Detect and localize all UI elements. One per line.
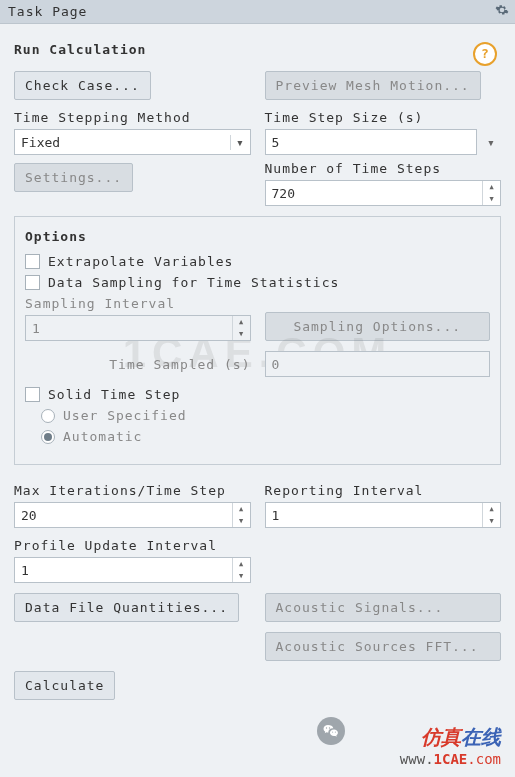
spinner-icon: ▲▼ xyxy=(232,316,250,340)
number-time-steps-input[interactable]: 720 ▲▼ xyxy=(265,180,502,206)
number-time-steps-value: 720 xyxy=(266,186,483,201)
options-title: Options xyxy=(25,229,490,244)
spinner-icon[interactable]: ▲▼ xyxy=(232,503,250,527)
chevron-down-icon: ▾ xyxy=(230,135,250,150)
acoustic-sources-fft-button[interactable]: Acoustic Sources FFT... xyxy=(265,632,502,661)
brand-footer: 仿真在线 www.1CAE.com xyxy=(400,724,501,767)
settings-button[interactable]: Settings... xyxy=(14,163,133,192)
section-title: Run Calculation xyxy=(14,42,501,57)
brand-url-mid: 1CAE xyxy=(434,751,468,767)
extrapolate-variables-label: Extrapolate Variables xyxy=(48,254,233,269)
brand-ch-b: 在线 xyxy=(461,726,501,748)
sampling-interval-label: Sampling Interval xyxy=(25,296,251,311)
time-step-size-value: 5 xyxy=(266,135,477,150)
reporting-interval-value: 1 xyxy=(266,508,483,523)
reporting-interval-input[interactable]: 1 ▲▼ xyxy=(265,502,502,528)
max-iter-value: 20 xyxy=(15,508,232,523)
automatic-label: Automatic xyxy=(63,429,142,444)
spinner-icon[interactable]: ▲▼ xyxy=(482,181,500,205)
wechat-icon xyxy=(317,717,345,745)
checkbox-icon xyxy=(25,275,40,290)
chevron-down-icon[interactable]: ▾ xyxy=(481,135,501,150)
spinner-icon[interactable]: ▲▼ xyxy=(232,558,250,582)
profile-update-interval-input[interactable]: 1 ▲▼ xyxy=(14,557,251,583)
calculate-button[interactable]: Calculate xyxy=(14,671,115,700)
reporting-interval-label: Reporting Interval xyxy=(265,483,502,498)
radio-icon xyxy=(41,430,55,444)
extrapolate-variables-checkbox[interactable]: Extrapolate Variables xyxy=(25,254,490,269)
radio-icon xyxy=(41,409,55,423)
gear-icon[interactable] xyxy=(495,3,509,20)
options-group: 1CAE.COM Options Extrapolate Variables D… xyxy=(14,216,501,465)
sampling-interval-input: 1 ▲▼ xyxy=(25,315,251,341)
check-case-button[interactable]: Check Case... xyxy=(14,71,151,100)
brand-ch-a: 仿真 xyxy=(421,726,461,748)
solid-time-step-label: Solid Time Step xyxy=(48,387,180,402)
profile-update-interval-label: Profile Update Interval xyxy=(14,538,251,553)
checkbox-icon xyxy=(25,387,40,402)
time-sampled-value: 0 xyxy=(266,357,490,372)
checkbox-icon xyxy=(25,254,40,269)
number-time-steps-label: Number of Time Steps xyxy=(265,161,502,176)
time-sampled-label: Time Sampled (s) xyxy=(109,357,250,372)
acoustic-signals-button[interactable]: Acoustic Signals... xyxy=(265,593,502,622)
task-page-header: Task Page xyxy=(0,0,515,24)
preview-mesh-motion-button[interactable]: Preview Mesh Motion... xyxy=(265,71,481,100)
user-specified-radio: User Specified xyxy=(41,408,490,423)
time-stepping-method-label: Time Stepping Method xyxy=(14,110,251,125)
sampling-options-button[interactable]: Sampling Options... xyxy=(265,312,491,341)
max-iter-input[interactable]: 20 ▲▼ xyxy=(14,502,251,528)
time-step-size-input[interactable]: 5 xyxy=(265,129,478,155)
data-sampling-checkbox[interactable]: Data Sampling for Time Statistics xyxy=(25,275,490,290)
help-icon[interactable]: ? xyxy=(473,42,497,66)
data-file-quantities-button[interactable]: Data File Quantities... xyxy=(14,593,239,622)
data-sampling-label: Data Sampling for Time Statistics xyxy=(48,275,339,290)
time-step-size-label: Time Step Size (s) xyxy=(265,110,502,125)
profile-update-interval-value: 1 xyxy=(15,563,232,578)
brand-url-suf: .com xyxy=(467,751,501,767)
user-specified-label: User Specified xyxy=(63,408,187,423)
page-title: Task Page xyxy=(8,4,87,19)
time-stepping-method-combo[interactable]: Fixed ▾ xyxy=(14,129,251,155)
spinner-icon[interactable]: ▲▼ xyxy=(482,503,500,527)
automatic-radio: Automatic xyxy=(41,429,490,444)
sampling-interval-value: 1 xyxy=(26,321,232,336)
brand-url-pre: www. xyxy=(400,751,434,767)
time-stepping-method-value: Fixed xyxy=(15,135,230,150)
time-sampled-input: 0 xyxy=(265,351,491,377)
max-iter-label: Max Iterations/Time Step xyxy=(14,483,251,498)
solid-time-step-checkbox[interactable]: Solid Time Step xyxy=(25,387,490,402)
